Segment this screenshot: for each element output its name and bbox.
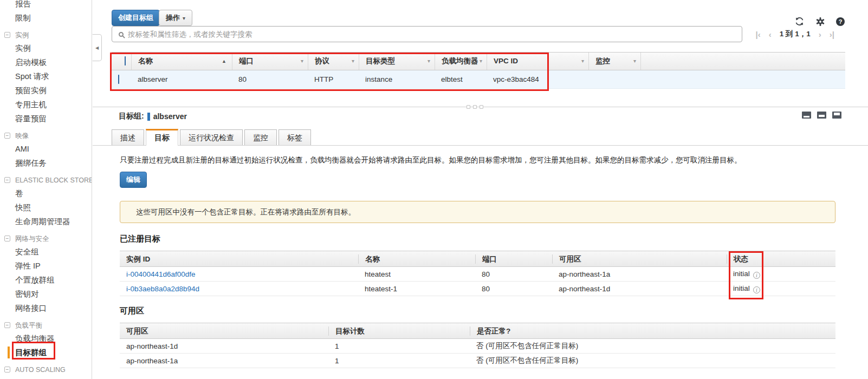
instance-id-link[interactable]: i-00400441d6af00dfe xyxy=(126,270,196,278)
pagination-last-icon[interactable]: ›| xyxy=(830,30,834,39)
pane-resize-handle[interactable] xyxy=(467,105,483,109)
actions-button[interactable]: 操作▾ xyxy=(159,10,192,26)
sidebar-item-elastic-ip[interactable]: 弹性 IP xyxy=(0,259,92,273)
detail-title-value: albserver xyxy=(153,112,187,121)
target-groups-table: 名称▲ 端口▾ 协议▾ 目标类型▾ 负载均衡器▾ VPC ID▾ 监控▾ alb… xyxy=(112,52,845,89)
sidebar-item-capacity-reservations[interactable]: 容量预留 xyxy=(0,112,92,126)
section-label: 网络与安全 xyxy=(15,235,49,243)
registered-targets-title: 已注册目标 xyxy=(120,234,835,244)
cell-target-count: 1 xyxy=(328,342,470,350)
actions-button-label: 操作 xyxy=(166,14,180,22)
search-input[interactable] xyxy=(124,30,742,39)
info-icon[interactable]: i xyxy=(753,286,760,293)
create-target-group-button[interactable]: 创建目标组 xyxy=(112,10,160,26)
sidebar-item-snapshots[interactable]: 快照 xyxy=(0,200,92,214)
filter-icon[interactable]: ▾ xyxy=(427,53,430,70)
sidebar: 报告 限制 − 实例 实例 启动模板 Spot 请求 预留实例 专用主机 容量预… xyxy=(0,0,92,379)
sidebar-item-bundle-tasks[interactable]: 捆绑任务 xyxy=(0,156,92,170)
sidebar-item-security-groups[interactable]: 安全组 xyxy=(0,245,92,259)
search-icon xyxy=(119,32,124,37)
section-label: ELASTIC BLOCK STORE xyxy=(15,177,92,184)
column-header-instance-id: 实例 ID xyxy=(120,254,358,264)
sidebar-item-spot-requests[interactable]: Spot 请求 xyxy=(0,69,92,83)
help-icon[interactable]: ? xyxy=(836,17,845,26)
pagination-first-icon[interactable]: |‹ xyxy=(756,30,761,39)
sidebar-item-instances[interactable]: 实例 xyxy=(0,41,92,55)
filter-icon[interactable]: ▾ xyxy=(581,53,584,70)
gear-icon[interactable] xyxy=(815,17,825,26)
cell-target-type: instance xyxy=(359,75,435,83)
column-header-port[interactable]: 端口▾ xyxy=(232,53,308,70)
select-all-checkbox[interactable] xyxy=(125,56,126,66)
cell-healthy: 否 (可用区不包含任何正常目标) xyxy=(470,356,835,365)
filter-icon[interactable]: ▾ xyxy=(352,53,354,70)
tab-health-checks[interactable]: 运行状况检查 xyxy=(180,129,243,145)
filter-icon[interactable]: ▾ xyxy=(633,53,636,70)
column-header-load-balancer[interactable]: 负载均衡器▾ xyxy=(435,53,487,70)
table-row: i-0b3aeb8a0a2d8b94d hteatest-1 80 ap-nor… xyxy=(120,282,835,296)
cell-port: 80 xyxy=(475,270,552,278)
tab-monitoring[interactable]: 监控 xyxy=(244,129,277,145)
sidebar-item-lifecycle-manager[interactable]: 生命周期管理器 xyxy=(0,214,92,228)
info-icon[interactable]: i xyxy=(753,272,760,279)
column-header-az: 可用区 xyxy=(552,254,727,264)
filter-icon[interactable]: ▾ xyxy=(480,53,482,70)
sidebar-section-header-images[interactable]: − 映像 xyxy=(0,130,92,142)
sidebar-item-ami[interactable]: AMI xyxy=(0,142,92,156)
pane-layout-medium-icon[interactable] xyxy=(817,112,826,119)
selection-bar-icon xyxy=(147,113,150,121)
pagination-label: 1 到 1，1 xyxy=(780,29,811,39)
column-header-protocol[interactable]: 协议▾ xyxy=(308,53,359,70)
collapse-minus-icon: − xyxy=(4,133,10,139)
sidebar-item-launch-templates[interactable]: 启动模板 xyxy=(0,55,92,69)
column-header-monitoring[interactable]: 监控▾ xyxy=(588,53,640,70)
pane-layout-large-icon[interactable] xyxy=(832,112,841,119)
sidebar-section-header-load-balancing[interactable]: − 负载平衡 xyxy=(0,319,92,331)
pagination-next-icon[interactable]: › xyxy=(819,30,821,39)
column-header-healthy: 是否正常? xyxy=(470,326,835,336)
cell-protocol: HTTP xyxy=(308,75,359,83)
sidebar-section-network-security: − 网络与安全 安全组 弹性 IP 个置放群组 密钥对 网络接口 xyxy=(0,233,92,315)
sidebar-item-limits[interactable]: 限制 xyxy=(0,11,92,25)
sidebar-item-dedicated-hosts[interactable]: 专用主机 xyxy=(0,97,92,112)
sidebar-item-key-pairs[interactable]: 密钥对 xyxy=(0,287,92,301)
refresh-icon[interactable] xyxy=(795,17,804,26)
filter-icon[interactable]: ▾ xyxy=(301,53,303,70)
sidebar-item-load-balancers[interactable]: 负载均衡器 xyxy=(0,331,92,345)
row-checkbox[interactable] xyxy=(118,75,119,84)
column-header-vpc-id[interactable]: VPC ID▾ xyxy=(487,53,588,70)
tab-tags[interactable]: 标签 xyxy=(278,129,311,145)
column-header-name: 名称 xyxy=(358,254,475,264)
sidebar-item-reports[interactable]: 报告 xyxy=(0,0,92,11)
column-header-name[interactable]: 名称▲ xyxy=(131,53,232,70)
cell-name: hteatest xyxy=(358,270,475,278)
chevron-left-icon: ◀ xyxy=(95,45,99,50)
sidebar-section-header-network-security[interactable]: − 网络与安全 xyxy=(0,233,92,245)
sidebar-item-placement-groups[interactable]: 个置放群组 xyxy=(0,273,92,287)
sidebar-section-header-auto-scaling[interactable]: − AUTO SCALING xyxy=(0,364,92,376)
pagination-prev-icon[interactable]: ‹ xyxy=(769,30,772,39)
sidebar-section-header-ebs[interactable]: − ELASTIC BLOCK STORE xyxy=(0,174,92,186)
sidebar-collapse-handle[interactable]: ◀ xyxy=(92,34,102,61)
sidebar-section-auto-scaling: − AUTO SCALING xyxy=(0,364,92,376)
tab-description[interactable]: 描述 xyxy=(112,129,144,145)
cell-load-balancer: elbtest xyxy=(435,75,487,83)
edit-button[interactable]: 编辑 xyxy=(120,172,147,188)
cell-name: albserver xyxy=(131,75,232,83)
sidebar-item-network-interfaces[interactable]: 网络接口 xyxy=(0,301,92,315)
sidebar-section-header-instances[interactable]: − 实例 xyxy=(0,29,92,41)
sidebar-item-reserved-instances[interactable]: 预留实例 xyxy=(0,83,92,97)
column-header-target-type[interactable]: 目标类型▾ xyxy=(359,53,435,70)
toolbar: 创建目标组 操作▾ xyxy=(93,0,868,26)
tab-targets[interactable]: 目标 xyxy=(146,129,178,146)
sidebar-item-target-groups[interactable]: 目标群组 xyxy=(0,345,92,360)
section-label: AUTO SCALING xyxy=(15,366,66,374)
pane-layout-small-icon[interactable] xyxy=(802,112,811,119)
instance-id-link[interactable]: i-0b3aeb8a0a2d8b94d xyxy=(126,285,199,293)
cell-vpc-id: vpc-e3bac484 xyxy=(487,75,588,83)
table-header-row: 名称▲ 端口▾ 协议▾ 目标类型▾ 负载均衡器▾ VPC ID▾ 监控▾ xyxy=(112,52,845,70)
section-label: 映像 xyxy=(15,132,29,140)
table-row[interactable]: albserver 80 HTTP instance elbtest vpc-e… xyxy=(112,70,845,89)
search-row: |‹ ‹ 1 到 1，1 › ›| xyxy=(93,26,868,48)
sidebar-item-volumes[interactable]: 卷 xyxy=(0,186,92,200)
